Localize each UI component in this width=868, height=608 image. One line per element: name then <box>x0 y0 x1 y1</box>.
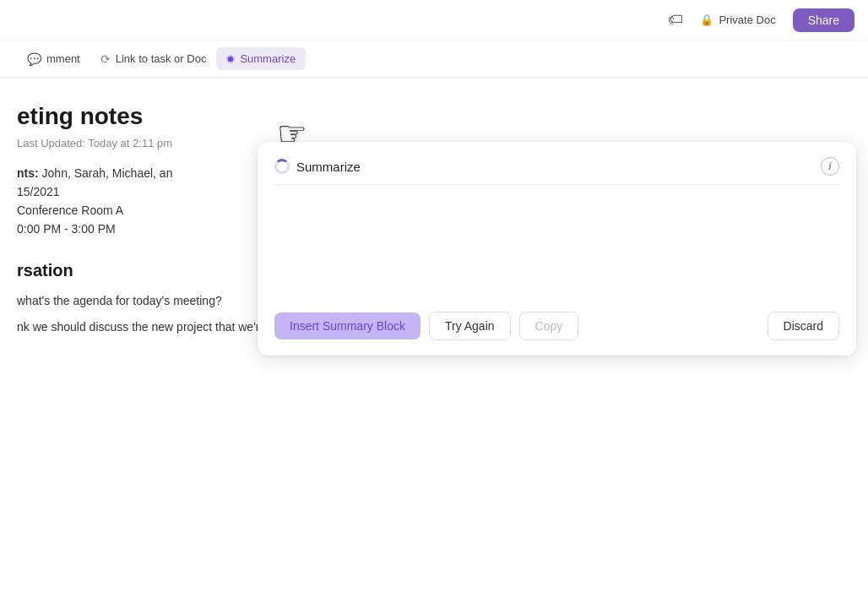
toolbar-summarize[interactable]: Summarize <box>216 47 306 70</box>
summarize-label: Summarize <box>240 52 296 65</box>
page-title: eting notes <box>17 103 851 130</box>
copy-button[interactable]: Copy <box>519 312 579 340</box>
header: 🏷 🔒 Private Doc Share <box>0 0 868 41</box>
insert-summary-button[interactable]: Insert Summary Block <box>274 312 420 339</box>
lock-icon: 🔒 <box>700 14 713 26</box>
attendees-value: John, Sarah, Michael, an <box>42 166 173 180</box>
summarize-panel: Summarize i Insert Summary Block Try Aga… <box>258 142 856 356</box>
panel-body <box>274 198 839 291</box>
time-value: 0:00 PM - 3:00 PM <box>17 222 116 236</box>
toolbar-comment[interactable]: 💬 mment <box>17 47 90 71</box>
comment-label: mment <box>46 52 80 65</box>
try-again-button[interactable]: Try Again <box>429 312 511 340</box>
discard-button[interactable]: Discard <box>768 312 839 340</box>
link-label: Link to task or Doc <box>116 52 207 65</box>
loading-spinner <box>274 159 290 174</box>
summarize-dot-icon <box>226 55 235 63</box>
panel-title: Summarize <box>296 160 361 174</box>
private-doc-label: Private Doc <box>719 14 775 26</box>
panel-header: Summarize i <box>274 157 839 176</box>
toolbar-link[interactable]: ⟳ Link to task or Doc <box>90 47 217 71</box>
panel-divider <box>274 184 839 185</box>
toolbar: 💬 mment ⟳ Link to task or Doc Summarize <box>0 41 868 78</box>
link-icon: ⟳ <box>100 52 111 66</box>
info-icon-label: i <box>828 160 831 172</box>
date-value: 15/2021 <box>17 185 60 198</box>
tag-icon[interactable]: 🏷 <box>668 11 683 29</box>
panel-actions: Insert Summary Block Try Again Copy Disc… <box>274 312 839 340</box>
share-button[interactable]: Share <box>793 8 854 32</box>
attendees-label: nts: <box>17 166 39 180</box>
private-doc-button[interactable]: 🔒 Private Doc <box>693 10 782 30</box>
info-icon[interactable]: i <box>821 157 839 176</box>
panel-title-row: Summarize <box>274 159 361 174</box>
comment-icon: 💬 <box>27 52 41 66</box>
location-value: Conference Room A <box>17 204 123 217</box>
